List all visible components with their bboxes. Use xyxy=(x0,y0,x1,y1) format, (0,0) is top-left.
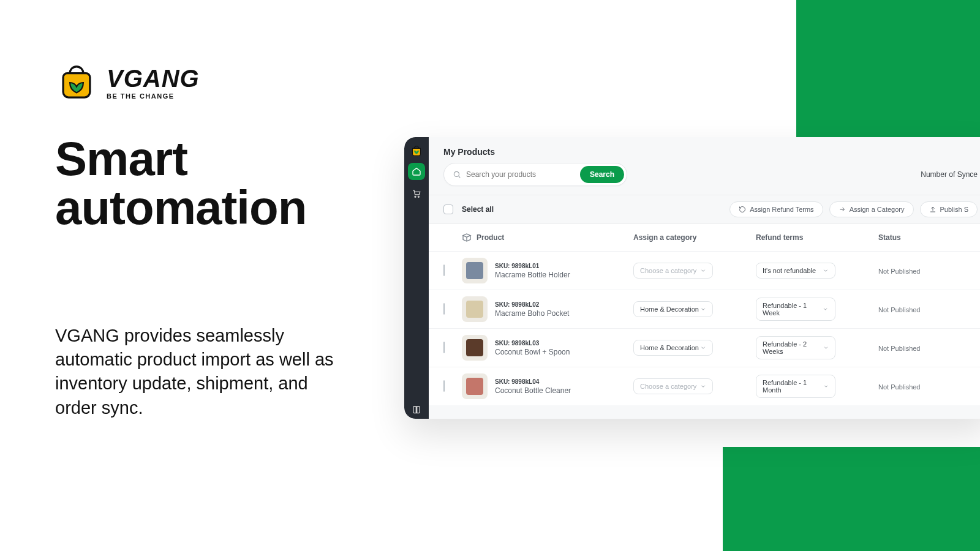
refund-terms-select[interactable]: Refundable - 2 Weeks xyxy=(756,336,835,359)
product-name: Macrame Boho Pocket xyxy=(495,309,569,318)
select-all-label: Select all xyxy=(462,205,494,214)
product-thumb xyxy=(462,335,488,361)
column-header-product: Product xyxy=(462,233,633,242)
table-header: Product Assign a category Refund terms S… xyxy=(429,224,980,251)
category-select[interactable]: Home & Decoration xyxy=(633,301,713,317)
chevron-down-icon xyxy=(823,345,829,351)
svg-point-1 xyxy=(418,196,419,197)
refund-terms-select[interactable]: It's not refundable xyxy=(756,263,835,279)
table-row: SKU: 9898kL03Coconut Bowl + SpoonHome & … xyxy=(429,328,980,367)
chevron-down-icon xyxy=(823,306,829,312)
row-checkbox[interactable] xyxy=(443,342,445,353)
brand-logo-icon xyxy=(55,61,98,104)
status-text: Not Published xyxy=(878,268,921,275)
search-button[interactable]: Search xyxy=(580,166,624,183)
table-body: SKU: 9898kL01Macrame Bottle HolderChoose… xyxy=(429,251,980,405)
assign-refund-terms-button[interactable]: Assign Refund Terms xyxy=(729,201,823,217)
category-select[interactable]: Choose a category xyxy=(633,263,713,279)
table-row: SKU: 9898kL02Macrame Boho PocketHome & D… xyxy=(429,290,980,328)
product-name: Coconut Bottle Cleaner xyxy=(495,386,571,395)
refund-terms-select[interactable]: Refundable - 1 Week xyxy=(756,298,835,321)
table-row: SKU: 9898kL01Macrame Bottle HolderChoose… xyxy=(429,251,980,290)
chevron-down-icon xyxy=(700,306,706,312)
search-field[interactable]: Search xyxy=(443,163,627,186)
status-text: Not Published xyxy=(878,383,921,391)
decorative-block-bottom xyxy=(723,447,980,551)
app-window: My Products Search Number of Synce Selec… xyxy=(404,137,980,419)
assign-category-button[interactable]: Assign a Category xyxy=(829,201,914,217)
sidebar-nav-home[interactable] xyxy=(408,163,425,180)
brand-name: VGANG xyxy=(107,66,200,91)
publish-button[interactable]: Publish S xyxy=(920,201,978,217)
row-checkbox[interactable] xyxy=(443,380,445,392)
chevron-down-icon xyxy=(700,268,706,274)
category-select[interactable]: Home & Decoration xyxy=(633,340,713,356)
svg-point-0 xyxy=(415,196,416,197)
chevron-down-icon xyxy=(700,345,706,351)
column-header-category: Assign a category xyxy=(633,233,756,242)
brand-tagline: BE THE CHANGE xyxy=(107,93,200,100)
sync-count-label: Number of Synce xyxy=(921,170,978,179)
upload-icon xyxy=(929,206,937,213)
product-sku: SKU: 9898kL03 xyxy=(495,340,570,347)
sidebar xyxy=(404,137,429,419)
search-icon xyxy=(453,170,461,179)
toolbar: Search Number of Synce xyxy=(429,163,980,195)
search-input[interactable] xyxy=(461,167,580,182)
sidebar-nav-cart[interactable] xyxy=(408,185,425,202)
page-title: My Products xyxy=(429,137,980,163)
hero-title: Smart automation xyxy=(55,135,343,232)
product-sku: SKU: 9898kL04 xyxy=(495,378,571,385)
arrow-right-icon xyxy=(839,206,846,213)
refund-terms-select[interactable]: Refundable - 1 Month xyxy=(756,375,835,398)
chevron-down-icon xyxy=(823,268,829,274)
main-panel: My Products Search Number of Synce Selec… xyxy=(429,137,980,419)
product-thumb xyxy=(462,296,488,322)
product-sku: SKU: 9898kL02 xyxy=(495,301,569,308)
product-sku: SKU: 9898kL01 xyxy=(495,263,570,269)
svg-point-2 xyxy=(454,171,459,176)
select-all-checkbox[interactable] xyxy=(443,204,453,214)
brand-logo: VGANG BE THE CHANGE xyxy=(55,61,343,104)
chevron-down-icon xyxy=(700,383,706,389)
product-thumb xyxy=(462,373,488,399)
product-name: Macrame Bottle Holder xyxy=(495,271,570,279)
product-thumb xyxy=(462,258,488,283)
box-icon xyxy=(462,233,472,242)
row-checkbox[interactable] xyxy=(443,264,445,276)
sidebar-nav-docs[interactable] xyxy=(408,402,425,419)
hero-section: VGANG BE THE CHANGE Smart automation VGA… xyxy=(55,61,343,420)
decorative-block-top xyxy=(796,0,980,137)
chevron-down-icon xyxy=(823,383,829,389)
row-checkbox[interactable] xyxy=(443,303,445,315)
history-icon xyxy=(739,206,746,213)
sidebar-logo-icon xyxy=(410,144,423,158)
hero-body: VGANG provides seamlessly automatic prod… xyxy=(55,324,343,420)
category-select[interactable]: Choose a category xyxy=(633,378,713,394)
status-text: Not Published xyxy=(878,345,921,352)
table-row: SKU: 9898kL04Coconut Bottle CleanerChoos… xyxy=(429,367,980,405)
product-name: Coconut Bowl + Spoon xyxy=(495,348,570,356)
status-text: Not Published xyxy=(878,306,921,313)
column-header-status: Status xyxy=(878,233,952,242)
column-header-terms: Refund terms xyxy=(756,233,878,242)
bulk-actions-bar: Select all Assign Refund Terms Assign a … xyxy=(429,195,980,224)
